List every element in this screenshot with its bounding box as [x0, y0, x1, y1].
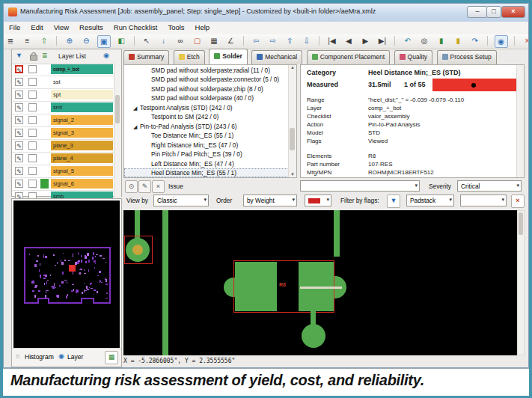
tree-item-selected[interactable]: Heel Distance Min;_ES (55 / 1)	[124, 168, 296, 178]
tab-component-placement[interactable]: Component Placement	[307, 50, 390, 64]
tree-item[interactable]: Left Distance Min;_ES (47 / 4)	[124, 159, 296, 168]
issue-delete-button[interactable]: ×	[152, 180, 165, 193]
menu-tools[interactable]: Tools	[162, 22, 189, 33]
menu-file[interactable]: File	[4, 22, 25, 33]
issue-jump-button[interactable]: ⊙	[125, 180, 138, 193]
list-detail-icon[interactable]: ≣	[4, 35, 16, 46]
scrollbar-thumb[interactable]	[519, 212, 523, 235]
layer-row[interactable]: ✎ sst	[12, 76, 115, 89]
menu-help[interactable]: Help	[190, 22, 215, 33]
layer-name[interactable]: smt	[51, 102, 113, 112]
layer-row[interactable]: ✎ signal_2	[12, 114, 115, 127]
find-icon[interactable]: ∞	[174, 35, 186, 46]
issue-filter-combo[interactable]: ▾	[300, 180, 420, 192]
tab-summary[interactable]: Summary	[123, 50, 169, 64]
pan-left-icon[interactable]: ⇦	[250, 35, 262, 46]
tree-item[interactable]: ◢Testpoint Analysis (STD) (242 / 0)	[124, 102, 296, 112]
layer-name[interactable]: plane_3	[51, 141, 113, 150]
close-button[interactable]: ×	[501, 6, 525, 18]
next-issue-icon[interactable]: ▶	[359, 35, 371, 46]
lock-icon[interactable]	[30, 55, 37, 61]
layer-edit-checkbox[interactable]: ✎	[15, 129, 23, 137]
pan-right-icon[interactable]: ⇨	[267, 35, 279, 46]
flag-value-combo[interactable]: ▾	[460, 195, 507, 206]
layer-edit-checkbox[interactable]: ✎	[15, 103, 23, 111]
tree-item[interactable]: SMD pad without solderpaste (40 / 0)	[124, 94, 296, 103]
layer-row[interactable]: ✎ spt	[12, 89, 115, 102]
list-bold-icon[interactable]: ≡	[21, 35, 33, 46]
grid-icon[interactable]: ▦	[208, 35, 220, 46]
zoom-window-icon[interactable]: ▣	[97, 35, 111, 48]
drop-select-icon[interactable]: ↓	[158, 35, 170, 46]
pan-up-icon[interactable]: ⇧	[284, 35, 296, 46]
layer-lock-checkbox[interactable]	[28, 103, 37, 111]
deselect-icon[interactable]: ×	[521, 35, 528, 46]
layer-name[interactable]: comp_+_bot	[51, 64, 113, 74]
tab-solder[interactable]: Solder	[209, 49, 247, 64]
layer-row[interactable]: ✎ signal_5	[12, 165, 115, 178]
highlight-icon[interactable]: ▮	[435, 35, 447, 46]
tree-item[interactable]: Toe Distance Min;_ES (55 / 1)	[124, 131, 296, 141]
review-icon[interactable]: ◎	[418, 35, 430, 46]
tree-item[interactable]: Testpoint to SM (242 / 0)	[124, 112, 296, 122]
severity-combo[interactable]: Critical▾	[457, 180, 522, 192]
layer-edit-checkbox[interactable]: ✎	[15, 91, 23, 99]
undo-icon[interactable]: ↶	[402, 35, 414, 46]
layer-lock-checkbox[interactable]	[28, 180, 37, 188]
scrollbar-thumb[interactable]	[115, 95, 120, 123]
layer-row[interactable]: ✎ smt	[12, 102, 115, 114]
layer-name[interactable]: signal_2	[51, 115, 113, 125]
scrollbar-thumb[interactable]	[290, 128, 295, 150]
layer-lock-checkbox[interactable]	[28, 167, 37, 175]
last-issue-icon[interactable]: ▶|	[376, 35, 388, 46]
layer-name[interactable]: plane_4	[51, 153, 113, 163]
layer-lock-checkbox[interactable]	[28, 91, 37, 99]
scroll-down-icon[interactable]: ▼	[290, 172, 295, 177]
flag-type-combo[interactable]: Padstack▾	[406, 195, 454, 206]
histogram-radio-label[interactable]: Histogram	[25, 353, 54, 361]
canvas-scrollbar[interactable]	[517, 210, 525, 355]
layer-row[interactable]: ✎ signal_3	[12, 127, 115, 140]
layer-stack-icon[interactable]: ≣	[42, 52, 48, 59]
restore-button[interactable]: □	[486, 6, 501, 18]
layer-edit-checkbox[interactable]: ✎	[15, 180, 23, 188]
layer-row[interactable]: ✎ signal_6	[12, 178, 115, 191]
layer-row[interactable]: ✎ plane_3	[12, 140, 115, 153]
layer-lock-checkbox[interactable]	[28, 154, 37, 162]
clear-filter-button[interactable]: ×	[511, 195, 525, 208]
order-combo[interactable]: by Weight▾	[243, 195, 297, 206]
layer-edit-checkbox[interactable]: ✎	[15, 78, 23, 86]
tab-process-setup[interactable]: Process Setup	[437, 50, 497, 64]
layers-icon[interactable]: ▮	[452, 35, 464, 46]
flag-filter-icon[interactable]: ▼	[387, 195, 400, 208]
tree-item[interactable]: SMD pad without solderpaste;connector (5…	[124, 75, 296, 85]
first-issue-icon[interactable]: |◀	[326, 35, 338, 46]
layer-lock-checkbox[interactable]	[28, 141, 37, 150]
layer-lock-checkbox[interactable]	[28, 116, 37, 124]
color-combo[interactable]: ▾	[305, 195, 331, 206]
layer-row[interactable]: ✎ plane_4	[12, 153, 115, 165]
view-by-combo[interactable]: Classic▾	[153, 195, 209, 206]
layer-edit-checkbox[interactable]: ✎	[15, 116, 23, 124]
layer-row[interactable]: ✎ comp_+_bot	[12, 64, 115, 76]
tree-item[interactable]: Pin Pitch / Pad Pitch;_ES (39 / 0)	[124, 150, 296, 159]
menu-run-checklist[interactable]: Run Checklist	[108, 22, 163, 33]
pointer-icon[interactable]: ↖	[141, 35, 153, 46]
prev-issue-icon[interactable]: ◀	[343, 35, 355, 46]
layer-lock-checkbox[interactable]	[28, 129, 37, 137]
issue-edit-button[interactable]: ✎	[138, 180, 151, 193]
tree-scrollbar[interactable]: ▲▼	[288, 65, 296, 177]
layer-name[interactable]: sst	[51, 77, 113, 87]
tab-mechanical[interactable]: Mechanical	[251, 50, 302, 64]
menu-edit[interactable]: Edit	[25, 22, 48, 33]
menu-view[interactable]: View	[49, 22, 74, 33]
tree-item[interactable]: SMD pad without solderpaste;radial (11 /…	[124, 65, 296, 75]
visibility-icon[interactable]: ◉	[103, 52, 109, 59]
layer-lock-checkbox[interactable]	[28, 78, 37, 86]
detail-scrollbar[interactable]	[516, 65, 524, 177]
swap-sides-icon[interactable]: ◧	[115, 35, 127, 46]
tree-item[interactable]: SMD pad without solderpaste;chip (8 / 0)	[124, 84, 296, 94]
menu-results[interactable]: Results	[74, 22, 108, 33]
layer-edit-checkbox[interactable]: ✎	[15, 65, 23, 73]
tab-quality[interactable]: Quality	[394, 50, 432, 64]
